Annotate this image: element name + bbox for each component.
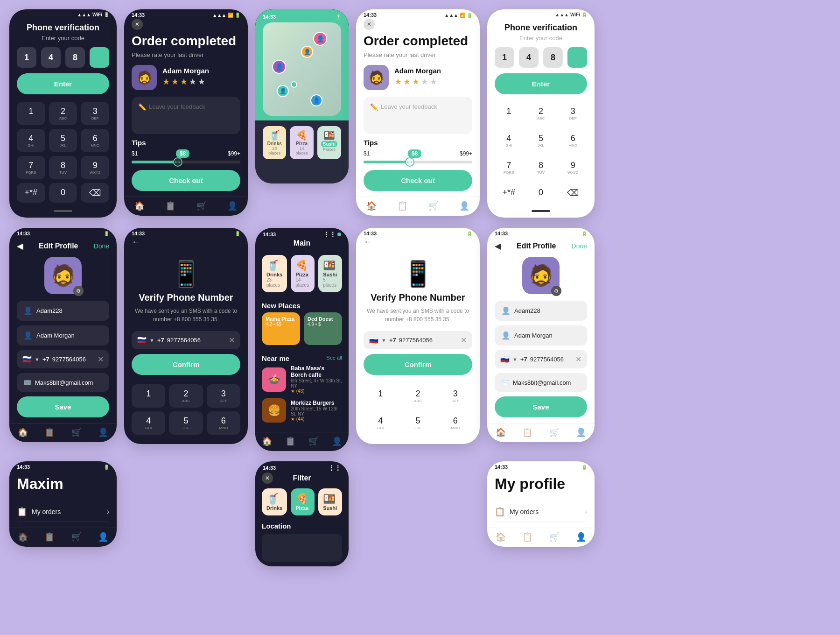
key-l4[interactable]: 4GHI — [495, 129, 523, 152]
nav-profile-light[interactable]: 👤 — [459, 201, 469, 211]
confirm-btn-dark[interactable]: Confirm — [132, 354, 240, 375]
nav-orders-myp[interactable]: 📋 — [522, 532, 532, 542]
fullname-field-dark[interactable]: 👤 Adam Morgan — [17, 325, 109, 346]
key-l1[interactable]: 1 — [495, 102, 523, 125]
nav-orders-light[interactable]: 📋 — [397, 201, 407, 211]
key-5[interactable]: 5JKL — [49, 129, 77, 152]
feedback-dark[interactable]: ✏️ Leave your feedback — [132, 97, 240, 134]
nav-orders-maxim[interactable]: 📋 — [44, 532, 55, 542]
nav-cart-main[interactable]: 🛒 — [308, 436, 319, 446]
clear-vp-light[interactable]: ✕ — [461, 336, 467, 345]
nav-home-main[interactable]: 🏠 — [262, 436, 272, 446]
key-3[interactable]: 3DEF — [81, 102, 109, 125]
cat-pizza[interactable]: 🍕 Pizza 14 places — [291, 255, 315, 292]
nav-profile-myp[interactable]: 👤 — [576, 532, 586, 542]
nav-profile-ep-dark[interactable]: 👤 — [98, 427, 108, 437]
key-l8[interactable]: 8TUV — [527, 156, 555, 179]
nav-orders-ep-light[interactable]: 📋 — [522, 427, 532, 437]
nav-home-maxim[interactable]: 🏠 — [18, 532, 28, 542]
key-lback[interactable]: ⌫ — [559, 183, 587, 203]
key-1[interactable]: 1 — [17, 102, 45, 125]
avatar-edit-light[interactable]: ⚙ — [551, 286, 561, 296]
cat-sushi[interactable]: 🍱 Sushi 5 places — [318, 255, 342, 292]
myp-orders-row[interactable]: 📋 My orders › — [495, 502, 587, 522]
cat-drinks[interactable]: 🥤 Drinks 23 places — [262, 255, 287, 292]
key-vp1[interactable]: 1 — [132, 384, 165, 408]
nav-orders-main[interactable]: 📋 — [285, 436, 295, 446]
nav-home-ep-light[interactable]: 🏠 — [496, 427, 506, 437]
key-vpl4[interactable]: 4GHI — [364, 411, 397, 435]
done-btn-dark[interactable]: Done — [94, 242, 109, 250]
key-vp5[interactable]: 5JKL — [169, 411, 203, 435]
key-7[interactable]: 7PQRS — [17, 156, 45, 179]
key-4[interactable]: 4GHI — [17, 129, 45, 152]
avatar-edit-dark[interactable]: ⚙ — [73, 286, 84, 296]
key-l3[interactable]: 3DEF — [559, 102, 587, 125]
key-vpl1[interactable]: 1 — [364, 384, 397, 408]
nav-home-dark[interactable]: 🏠 — [134, 201, 145, 211]
key-vpl6[interactable]: 6MNO — [439, 411, 472, 435]
mama-pizza-card[interactable]: Mama Pizza 4.2 • $$ — [262, 312, 300, 345]
checkout-btn-light[interactable]: Check out — [364, 170, 472, 191]
key-8[interactable]: 8TUV — [49, 156, 77, 179]
clear-vp-dark[interactable]: ✕ — [229, 336, 235, 345]
back-btn-vp-dark[interactable]: ← — [132, 237, 240, 247]
clear-phone-light[interactable]: ✕ — [575, 355, 581, 364]
key-star[interactable]: +*# — [17, 183, 45, 203]
nav-home-light[interactable]: 🏠 — [366, 201, 377, 211]
tip-slider-light[interactable]: ⟺ — [364, 161, 472, 163]
nav-profile-ep-light[interactable]: 👤 — [576, 427, 586, 437]
nav-cart-myp[interactable]: 🛒 — [549, 532, 560, 542]
key-l5[interactable]: 5JKL — [527, 129, 555, 152]
key-0[interactable]: 0 — [49, 183, 77, 203]
near-item-1[interactable]: 🍲 Baba Masa's Borch caffe 6th Street, 47… — [262, 365, 342, 394]
key-vpl5[interactable]: 5JKL — [401, 411, 434, 435]
key-l6[interactable]: 6MNO — [559, 129, 587, 152]
save-btn-light[interactable]: Save — [495, 396, 587, 417]
fullname-field-light[interactable]: 👤 Adam Morgan — [495, 325, 587, 346]
key-backspace[interactable]: ⌫ — [81, 183, 109, 203]
confirm-btn-light[interactable]: Confirm — [364, 354, 472, 375]
done-btn-light[interactable]: Done — [572, 242, 587, 250]
nav-cart-ep-light[interactable]: 🛒 — [549, 427, 560, 437]
key-lstar[interactable]: +*# — [495, 183, 523, 203]
filter-drinks[interactable]: 🥤 Drinks — [262, 488, 287, 515]
key-vp2[interactable]: 2ABC — [169, 384, 203, 408]
key-l7[interactable]: 7PQRS — [495, 156, 523, 179]
key-vp3[interactable]: 3DEF — [207, 384, 240, 408]
back-btn-dark[interactable]: ◀ — [17, 241, 23, 251]
ded-doest-card[interactable]: Ded Doest 4.9 • $ — [304, 312, 342, 345]
filter-sushi[interactable]: 🍱 Sushi — [318, 488, 342, 515]
nav-orders-ep-dark[interactable]: 📋 — [44, 427, 55, 437]
nav-profile-main[interactable]: 👤 — [332, 436, 342, 446]
nav-cart-maxim[interactable]: 🛒 — [71, 532, 82, 542]
nav-orders-dark[interactable]: 📋 — [165, 201, 175, 211]
nav-cart-dark[interactable]: 🛒 — [196, 201, 207, 211]
email-field-light[interactable]: ✉️ Maks8bit@gmail.com — [495, 373, 587, 392]
key-6[interactable]: 6MNO — [81, 129, 109, 152]
near-item-2[interactable]: 🍔 Morkizz Burgers 20th Street, 15 W 12th… — [262, 398, 342, 423]
nav-cart-ep-dark[interactable]: 🛒 — [71, 427, 82, 437]
key-vp6[interactable]: 6MNO — [207, 411, 240, 435]
key-vpl2[interactable]: 2ABC — [401, 384, 434, 408]
enter-button-light[interactable]: Enter — [495, 73, 587, 94]
close-btn-dark[interactable]: ✕ — [132, 19, 143, 30]
feedback-light[interactable]: ✏️ Leave your feedback — [364, 97, 472, 134]
key-l0[interactable]: 0 — [527, 183, 555, 203]
clear-phone-dark[interactable]: ✕ — [98, 355, 104, 364]
key-9[interactable]: 9WXYZ — [81, 156, 109, 179]
save-btn-dark[interactable]: Save — [17, 396, 109, 417]
nav-profile-maxim[interactable]: 👤 — [98, 532, 108, 542]
see-all[interactable]: See all — [326, 355, 342, 360]
nav-home-ep-dark[interactable]: 🏠 — [18, 427, 28, 437]
vp-phone-light[interactable]: 🇷🇺 ▼ +7 9277564056 ✕ — [364, 331, 472, 349]
phone-field-dark[interactable]: 🇷🇺 ▼ +7 9277564056 ✕ — [17, 350, 109, 368]
nav-cart-light[interactable]: 🛒 — [428, 201, 439, 211]
key-vp4[interactable]: 4GHI — [132, 411, 165, 435]
username-field-light[interactable]: 👤 Adam228 — [495, 301, 587, 321]
phone-field-light[interactable]: 🇷🇺 ▼ +7 9277564056 ✕ — [495, 350, 587, 368]
key-l2[interactable]: 2ABC — [527, 102, 555, 125]
nav-profile-dark[interactable]: 👤 — [227, 201, 238, 211]
maxim-orders-row[interactable]: 📋 My orders › — [17, 502, 109, 522]
filter-pizza[interactable]: 🍕 Pizza — [291, 488, 315, 515]
